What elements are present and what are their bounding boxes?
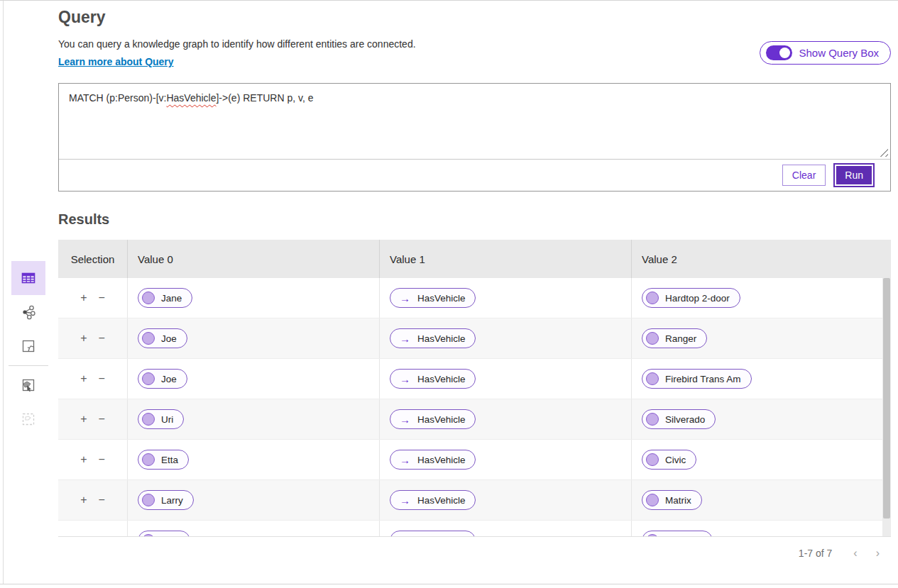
add-selection-button[interactable]	[11, 402, 45, 436]
entity-pill[interactable]: Uri	[138, 409, 184, 429]
select-add-icon[interactable]: +	[80, 292, 87, 304]
column-header-selection: Selection	[58, 240, 128, 278]
resize-handle[interactable]	[880, 148, 888, 157]
entity-pill[interactable]: Jane	[138, 288, 192, 308]
entity-pill[interactable]: Etta	[138, 450, 189, 470]
query-textarea[interactable]: MATCH (p:Person)-[v:HasVehicle]->(e) RET…	[59, 84, 890, 160]
table-row: + − Etta → HasVehicle Civic	[58, 440, 891, 480]
relationship-arrow-icon: →	[400, 293, 410, 304]
relationship-label: HasVehicle	[417, 414, 466, 425]
select-remove-icon[interactable]: −	[99, 333, 105, 344]
entity-label: Etta	[161, 455, 178, 465]
select-remove-icon[interactable]: −	[99, 292, 105, 304]
entity-node-icon	[142, 292, 155, 304]
table-row: + − Joe → HasVehicle Ranger	[58, 318, 891, 359]
results-table: Selection Value 0 Value 1 Value 2 + − Ja…	[58, 240, 891, 569]
run-button[interactable]: Run	[835, 165, 873, 186]
add-to-map-button[interactable]	[11, 368, 45, 402]
select-remove-icon[interactable]: −	[99, 414, 105, 425]
relationship-pill[interactable]: → HasVehicle	[390, 369, 476, 389]
relationship-label: HasVehicle	[417, 455, 466, 465]
table-view-button[interactable]	[11, 261, 45, 295]
selection-cell: + −	[58, 521, 128, 536]
pagination-next-icon[interactable]: ›	[876, 547, 880, 560]
query-text-misspelled: HasVehicle	[166, 92, 216, 104]
query-page: Query You can query a knowledge graph to…	[0, 0, 898, 588]
entity-label: Civic	[665, 455, 686, 465]
entity-label: Joe	[161, 333, 177, 344]
relationship-arrow-icon: →	[400, 333, 410, 344]
clear-button[interactable]: Clear	[782, 165, 826, 186]
link-chart-view-button[interactable]	[11, 295, 45, 329]
entity-pill[interactable]: Silverado	[642, 409, 716, 429]
entity-label: Hardtop 2-door	[665, 293, 730, 304]
value1-cell: → HasVehicle	[380, 278, 632, 318]
relationship-pill[interactable]: → HasVehicle	[390, 531, 476, 536]
entity-pill[interactable]: Hardtop 2-door	[642, 288, 740, 308]
relationship-label: HasVehicle	[417, 374, 466, 384]
entity-label: Joe	[161, 374, 177, 384]
value0-cell: Joe	[128, 318, 380, 358]
select-remove-icon[interactable]: −	[99, 535, 105, 536]
value2-cell: Hardtop 2-door	[632, 278, 891, 318]
relationship-pill[interactable]: → HasVehicle	[390, 409, 476, 429]
selection-cell: + −	[58, 359, 128, 399]
value2-cell: Firebird Trans Am	[632, 359, 891, 399]
map-icon	[20, 338, 37, 355]
table-scrollbar[interactable]	[882, 278, 891, 536]
relationship-label: HasVehicle	[417, 333, 466, 344]
column-header-value0: Value 0	[128, 240, 380, 278]
relationship-pill[interactable]: → HasVehicle	[390, 450, 476, 470]
toggle-switch-icon[interactable]	[766, 45, 792, 60]
entity-pill[interactable]: Ranger	[642, 328, 707, 348]
entity-node-icon	[142, 372, 155, 385]
add-selection-icon	[20, 411, 37, 428]
relationship-pill[interactable]: → HasVehicle	[390, 288, 476, 308]
relationship-pill[interactable]: → HasVehicle	[390, 328, 476, 348]
pagination-range: 1-7 of 7	[799, 548, 832, 559]
show-query-box-toggle[interactable]: Show Query Box	[760, 41, 891, 65]
relationship-label: HasVehicle	[417, 495, 466, 506]
entity-label: Moe	[161, 536, 180, 537]
select-remove-icon[interactable]: −	[99, 454, 105, 465]
selection-cell: + −	[58, 318, 128, 358]
pagination-prev-icon[interactable]: ‹	[853, 547, 857, 560]
select-add-icon[interactable]: +	[80, 373, 87, 384]
select-add-icon[interactable]: +	[80, 535, 87, 536]
scrollbar-thumb[interactable]	[883, 278, 890, 518]
table-row: + − Joe → HasVehicle Firebird Trans Am	[58, 359, 891, 399]
select-remove-icon[interactable]: −	[99, 373, 105, 384]
entity-label: Silverado	[665, 414, 705, 425]
entity-pill[interactable]: Civic	[642, 450, 696, 470]
entity-pill[interactable]: Joe	[138, 369, 187, 389]
entity-pill[interactable]: Firebird Trans Am	[642, 369, 752, 389]
select-remove-icon[interactable]: −	[99, 494, 105, 506]
select-add-icon[interactable]: +	[80, 494, 87, 506]
entity-pill[interactable]: Larry	[138, 490, 194, 510]
entity-label: Jane	[161, 293, 182, 304]
column-header-value1: Value 1	[380, 240, 632, 278]
query-box: MATCH (p:Person)-[v:HasVehicle]->(e) RET…	[58, 83, 891, 192]
link-chart-icon	[20, 304, 37, 321]
select-add-icon[interactable]: +	[80, 414, 87, 425]
value1-cell: → HasVehicle	[380, 440, 632, 479]
table-row: + − Moe → HasVehicle Mustang	[58, 521, 891, 536]
entity-node-icon	[646, 534, 659, 536]
learn-more-link[interactable]: Learn more about Query	[58, 56, 174, 67]
entity-node-icon	[646, 413, 659, 426]
query-box-footer: Clear Run	[59, 160, 890, 191]
entity-pill[interactable]: Joe	[138, 328, 187, 348]
entity-pill[interactable]: Matrix	[642, 490, 702, 510]
entity-node-icon	[646, 292, 659, 304]
select-add-icon[interactable]: +	[80, 454, 87, 465]
entity-label: Matrix	[665, 495, 691, 506]
select-add-icon[interactable]: +	[80, 333, 87, 344]
entity-node-icon	[646, 332, 659, 345]
relationship-pill[interactable]: → HasVehicle	[390, 490, 476, 510]
table-row: + − Jane → HasVehicle Hardtop 2-door	[58, 278, 891, 318]
page-title: Query	[58, 8, 891, 27]
entity-pill[interactable]: Mustang	[642, 531, 713, 536]
entity-pill[interactable]: Moe	[138, 531, 190, 536]
relationship-arrow-icon: →	[400, 414, 410, 425]
map-view-button[interactable]	[11, 329, 45, 363]
